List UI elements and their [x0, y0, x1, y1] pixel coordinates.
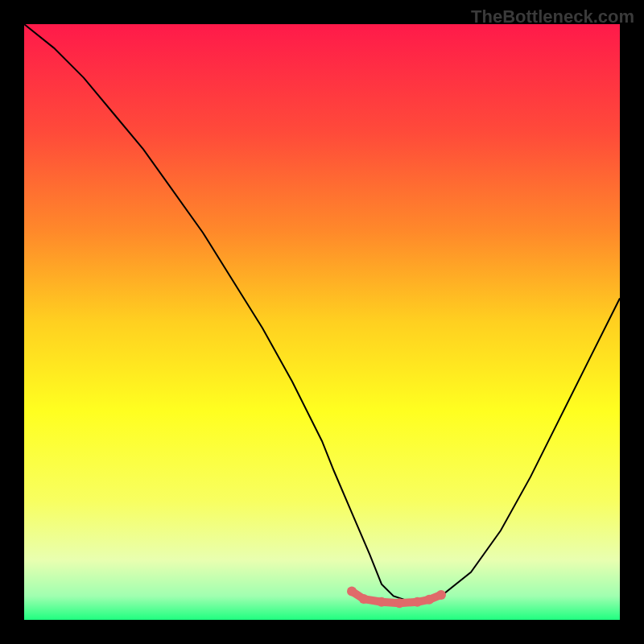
optimal-dot [436, 590, 446, 600]
optimal-dot [394, 598, 404, 608]
optimal-dot [412, 597, 422, 607]
optimal-dot [347, 586, 357, 596]
optimal-dot [377, 597, 386, 607]
watermark-text: TheBottleneck.com [471, 6, 634, 27]
chart-svg [24, 24, 620, 620]
optimal-dot [359, 594, 369, 604]
plot-area [24, 24, 620, 620]
optimal-dot [424, 595, 434, 605]
chart-container: TheBottleneck.com [0, 0, 644, 644]
